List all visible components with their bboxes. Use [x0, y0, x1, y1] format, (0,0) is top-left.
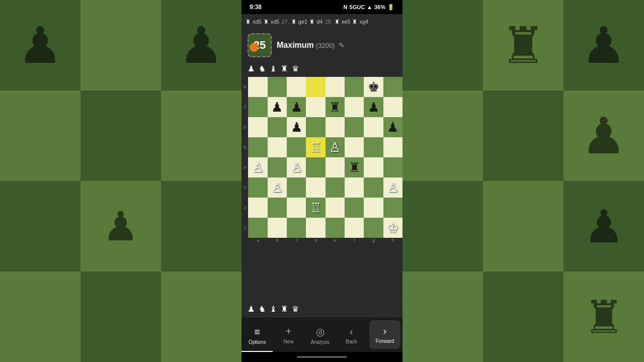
- piece-white-pawn-h3[interactable]: ♙: [387, 181, 398, 194]
- square-h7[interactable]: [383, 97, 403, 117]
- square-h6[interactable]: ♟: [383, 117, 403, 137]
- square-c1[interactable]: [287, 218, 306, 238]
- new-label: New: [284, 339, 294, 344]
- square-g8[interactable]: ♚: [364, 77, 383, 97]
- square-e4[interactable]: [326, 157, 345, 177]
- piece-white-pawn-e5[interactable]: ♙: [329, 141, 341, 154]
- square-h8[interactable]: [383, 77, 403, 97]
- square-a5[interactable]: [248, 137, 267, 157]
- piece-white-pawn-c4[interactable]: ♙: [291, 161, 302, 174]
- square-a2[interactable]: [248, 198, 267, 218]
- square-d2[interactable]: ♖: [306, 198, 325, 218]
- nav-options[interactable]: ≡ Options: [242, 317, 273, 352]
- edit-icon[interactable]: ✎: [339, 41, 345, 49]
- piece-black-pawn-c6[interactable]: ♟: [291, 121, 302, 134]
- square-h5[interactable]: [383, 137, 403, 157]
- square-b3[interactable]: ♙: [268, 177, 287, 198]
- square-e5[interactable]: ♙: [326, 137, 345, 157]
- piece-white-rook-d2[interactable]: ♖: [310, 201, 321, 214]
- piece-queen-top[interactable]: ♛: [292, 64, 299, 73]
- square-e7[interactable]: ♜: [326, 97, 345, 117]
- piece-white-pawn-b3[interactable]: ♙: [271, 181, 283, 194]
- piece-white-rook-d5[interactable]: ♖: [310, 141, 321, 154]
- square-b2[interactable]: [268, 198, 287, 218]
- square-a8[interactable]: [248, 77, 267, 97]
- square-c6[interactable]: ♟: [287, 117, 306, 137]
- square-f6[interactable]: [345, 117, 364, 137]
- square-b5[interactable]: [268, 137, 287, 157]
- square-b7[interactable]: ♟: [268, 97, 287, 117]
- square-g2[interactable]: [364, 198, 383, 218]
- piece-rook-top[interactable]: ♜: [281, 64, 288, 73]
- piece-pawn-bottom[interactable]: ♟: [248, 304, 255, 314]
- bg-cell: [403, 272, 483, 362]
- square-h1[interactable]: ♔: [383, 218, 403, 238]
- square-b6[interactable]: [268, 117, 287, 137]
- square-b8[interactable]: [268, 77, 287, 97]
- square-f5[interactable]: [345, 137, 364, 157]
- square-f7[interactable]: [345, 97, 364, 117]
- square-g4[interactable]: [364, 157, 383, 177]
- engine-rating: (3200): [316, 42, 335, 49]
- square-h4[interactable]: [383, 157, 403, 177]
- square-f4[interactable]: ♜: [345, 157, 364, 177]
- square-d7[interactable]: [306, 97, 325, 117]
- piece-rook-bottom[interactable]: ♜: [281, 304, 288, 314]
- piece-bishop-top[interactable]: ♝: [270, 64, 277, 73]
- piece-black-pawn-b7[interactable]: ♟: [271, 101, 283, 114]
- nav-forward[interactable]: › Forward: [369, 320, 400, 349]
- square-g3[interactable]: [364, 177, 383, 198]
- square-d5[interactable]: ♖: [306, 137, 325, 157]
- square-a6[interactable]: [248, 117, 267, 137]
- square-f1[interactable]: [345, 218, 364, 238]
- piece-white-pawn-a4[interactable]: ♙: [252, 161, 264, 174]
- piece-pawn-top[interactable]: ♟: [248, 64, 255, 73]
- square-a7[interactable]: [248, 97, 267, 117]
- square-g7[interactable]: ♟: [364, 97, 383, 117]
- square-e3[interactable]: [326, 177, 345, 198]
- square-c4[interactable]: ♙: [287, 157, 306, 177]
- piece-knight-bottom[interactable]: ♞: [259, 304, 266, 314]
- square-a3[interactable]: [248, 177, 267, 198]
- square-g5[interactable]: [364, 137, 383, 157]
- square-d4[interactable]: [306, 157, 325, 177]
- square-c3[interactable]: [287, 177, 306, 198]
- piece-black-rook-e7[interactable]: ♜: [329, 101, 341, 114]
- square-c7[interactable]: ♟: [287, 97, 306, 117]
- piece-white-king-h1[interactable]: ♔: [387, 221, 398, 234]
- square-h3[interactable]: ♙: [383, 177, 403, 198]
- square-f2[interactable]: [345, 198, 364, 218]
- square-f8[interactable]: [345, 77, 364, 97]
- square-d6[interactable]: [306, 117, 325, 137]
- square-a1[interactable]: [248, 218, 267, 238]
- square-d8[interactable]: [306, 77, 325, 97]
- square-d3[interactable]: [306, 177, 325, 198]
- square-b4[interactable]: [268, 157, 287, 177]
- square-c2[interactable]: [287, 198, 306, 218]
- square-b1[interactable]: [268, 218, 287, 238]
- square-d1[interactable]: [306, 218, 325, 238]
- piece-black-rook-f4[interactable]: ♜: [349, 161, 360, 174]
- square-f3[interactable]: [345, 177, 364, 198]
- nav-new[interactable]: + New: [273, 317, 304, 352]
- square-e6[interactable]: [326, 117, 345, 137]
- piece-bishop-bottom[interactable]: ♝: [270, 304, 277, 314]
- piece-black-king[interactable]: ♚: [368, 80, 379, 94]
- square-g1[interactable]: [364, 218, 383, 238]
- nav-analysis[interactable]: ◎ Analysis: [304, 317, 336, 352]
- piece-queen-bottom[interactable]: ♛: [292, 304, 299, 314]
- nav-back[interactable]: ‹ Back: [336, 317, 367, 352]
- square-a4[interactable]: ♙: [248, 157, 267, 177]
- square-h2[interactable]: [383, 198, 403, 218]
- square-e2[interactable]: [326, 198, 345, 218]
- piece-black-pawn-g7[interactable]: ♟: [368, 101, 379, 114]
- square-c5[interactable]: [287, 137, 306, 157]
- square-e1[interactable]: [326, 218, 345, 238]
- square-e8[interactable]: [326, 77, 345, 97]
- square-g6[interactable]: [364, 117, 383, 137]
- file-g: g: [364, 238, 383, 243]
- piece-black-pawn-h6[interactable]: ♟: [387, 121, 398, 134]
- square-c8[interactable]: [287, 77, 306, 97]
- piece-knight-top[interactable]: ♞: [259, 64, 266, 73]
- piece-black-pawn-c7[interactable]: ♟: [291, 101, 302, 114]
